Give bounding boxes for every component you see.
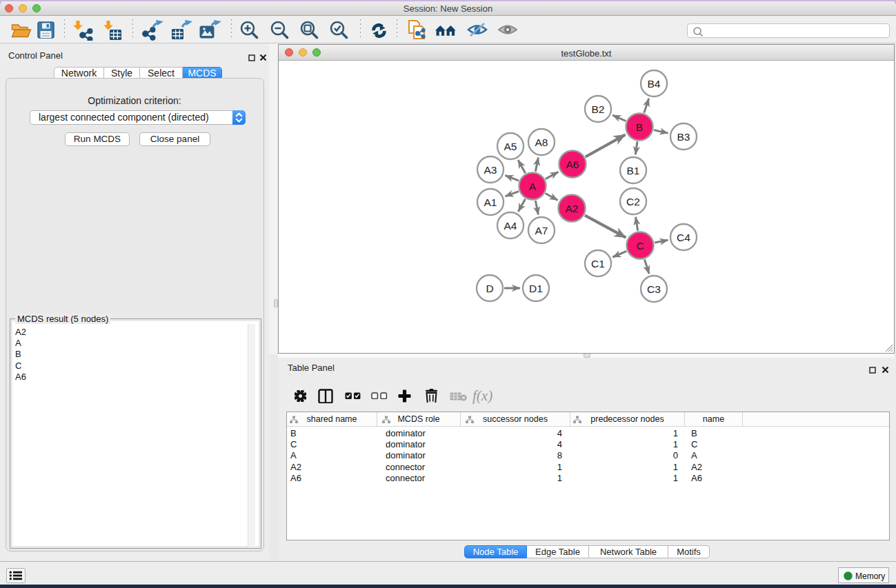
svg-text:C: C bbox=[636, 239, 644, 251]
svg-text:A3: A3 bbox=[484, 163, 497, 175]
svg-text:D1: D1 bbox=[529, 282, 543, 294]
svg-text:B4: B4 bbox=[647, 77, 660, 89]
svg-text:B: B bbox=[635, 121, 642, 132]
svg-text:A1: A1 bbox=[484, 196, 497, 207]
svg-text:C1: C1 bbox=[591, 257, 605, 269]
svg-text:A7: A7 bbox=[535, 224, 548, 236]
svg-text:A5: A5 bbox=[504, 140, 517, 152]
svg-text:B2: B2 bbox=[591, 103, 604, 114]
svg-text:C3: C3 bbox=[647, 283, 661, 294]
svg-text:A6: A6 bbox=[566, 158, 579, 170]
svg-text:A2: A2 bbox=[565, 202, 578, 214]
svg-text:A: A bbox=[528, 180, 536, 192]
svg-text:A8: A8 bbox=[535, 136, 548, 148]
svg-text:A4: A4 bbox=[504, 219, 517, 231]
svg-text:D: D bbox=[486, 282, 493, 294]
svg-text:B3: B3 bbox=[677, 130, 690, 142]
svg-text:C2: C2 bbox=[626, 195, 640, 207]
svg-text:B1: B1 bbox=[626, 164, 639, 176]
svg-text:C4: C4 bbox=[677, 231, 690, 243]
